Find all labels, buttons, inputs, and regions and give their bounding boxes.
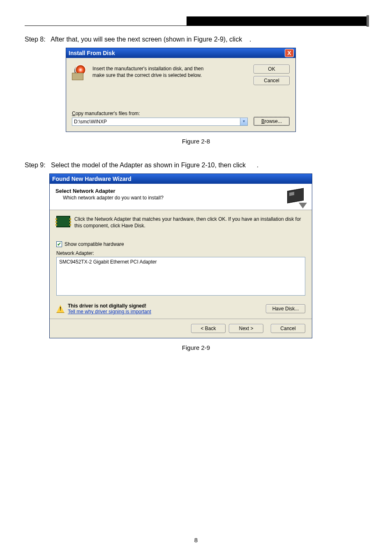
dlg2-footer: < Back Next > Cancel <box>50 319 312 338</box>
dlg1-titlebar: Install From Disk X <box>66 48 295 58</box>
select-network-adapter-heading: Select Network Adapter <box>55 188 306 194</box>
ok-button[interactable]: OK <box>254 65 290 74</box>
step9-p1: Select the model of the Adapter as shown… <box>51 162 181 169</box>
back-button[interactable]: < Back <box>191 324 226 333</box>
path-input[interactable] <box>72 118 240 126</box>
step9-p3: . <box>257 162 258 169</box>
step9-label: Step 9: <box>25 162 46 169</box>
disk-icon <box>72 65 88 80</box>
page-number: 8 <box>0 536 392 543</box>
top-black-bar <box>187 16 367 25</box>
hardware-icon <box>286 187 307 208</box>
step8-label: Step 8: <box>25 36 46 43</box>
browse-underline: B <box>261 118 265 124</box>
figure-2-9-caption: Figure 2-9 <box>25 344 367 351</box>
show-compatible-checkbox[interactable]: ✔ Show compatible hardware <box>56 241 305 247</box>
info-row: Click the Network Adapter that matches y… <box>56 216 305 229</box>
horizontal-rule <box>25 25 367 26</box>
select-network-adapter-subtext: Which network adapter do you want to ins… <box>63 195 306 201</box>
have-disk-button[interactable]: Have Disk... <box>266 304 305 313</box>
warning-icon <box>56 305 65 313</box>
chevron-down-icon[interactable]: ▾ <box>240 118 248 126</box>
link-rest: ell me why driver signing is important <box>70 309 151 314</box>
step8-fig: Figure 2-9 <box>194 36 224 43</box>
path-combobox[interactable]: ▾ <box>72 118 248 126</box>
copy-rest: opy manufacturer's files from: <box>76 111 140 116</box>
network-adapter-label: Network Adapter: <box>56 250 305 256</box>
cancel-button-2[interactable]: Cancel <box>271 324 305 333</box>
dlg1-message: Insert the manufacturer's installation d… <box>92 65 248 85</box>
checkbox-label: Show compatible hardware <box>65 241 124 247</box>
chip-icon <box>56 216 70 227</box>
step9-text: Step 9: Select the model of the Adapter … <box>25 160 367 170</box>
found-new-hardware-dialog: Found New Hardware Wizard Select Network… <box>49 173 312 338</box>
driver-signing-link[interactable]: Tell me why driver signing is important <box>68 309 266 314</box>
install-from-disk-dialog: Install From Disk X Insert the manufactu… <box>66 48 296 132</box>
copy-underline: C <box>72 111 76 116</box>
close-icon[interactable]: X <box>285 49 294 57</box>
dlg1-title: Install From Disk <box>69 50 115 56</box>
list-item[interactable]: SMC9452TX-2 Gigabit Ethernet PCI Adapter <box>59 259 302 265</box>
step8-p1: After that, you will see the next screen… <box>51 36 194 43</box>
step8-p2: ), click <box>224 36 242 43</box>
dlg2-titlebar: Found New Hardware Wizard <box>50 174 312 184</box>
copy-from-label: Copy manufacturer's files from: <box>72 111 248 116</box>
checkbox-icon[interactable]: ✔ <box>56 241 62 247</box>
dlg1-msg-line2: make sure that the correct drive is sele… <box>92 72 248 79</box>
step9-fig: Figure 2-10 <box>181 162 215 169</box>
browse-rest: rowse... <box>265 118 282 124</box>
figure-2-8-caption: Figure 2-8 <box>25 138 367 145</box>
step9-p2: , then click <box>215 162 246 169</box>
next-button[interactable]: Next > <box>229 324 263 333</box>
dlg2-title: Found New Hardware Wizard <box>52 176 131 182</box>
step8-p3: . <box>249 36 251 43</box>
cancel-button[interactable]: Cancel <box>254 76 290 85</box>
dlg2-header: Select Network Adapter Which network ada… <box>50 184 312 210</box>
browse-button[interactable]: Browse... <box>254 117 290 126</box>
not-signed-text: This driver is not digitally signed! <box>68 303 266 309</box>
dlg1-msg-line1: Insert the manufacturer's installation d… <box>92 65 248 72</box>
info-text: Click the Network Adapter that matches y… <box>74 216 305 229</box>
adapter-listbox[interactable]: SMC9452TX-2 Gigabit Ethernet PCI Adapter <box>56 257 305 296</box>
step8-text: Step 8: After that, you will see the nex… <box>25 35 367 44</box>
